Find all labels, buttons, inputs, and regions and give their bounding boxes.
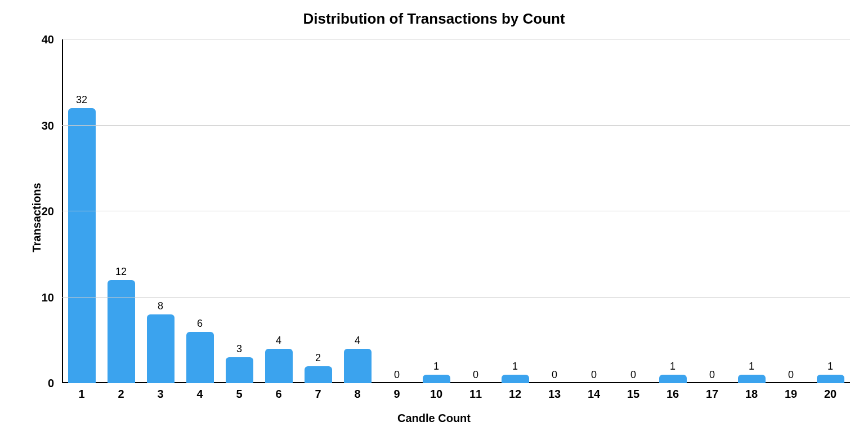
x-tick-label: 20 [811, 383, 850, 401]
bar [305, 366, 332, 384]
bar-value-label: 1 [495, 361, 535, 372]
x-tick-label: 10 [417, 383, 456, 401]
x-tick-label: 16 [653, 383, 692, 401]
bar-slot: 64 [180, 39, 220, 383]
bar-value-label: 1 [653, 361, 692, 372]
bar [738, 375, 766, 383]
bar [186, 332, 214, 384]
bar-slot: 46 [259, 39, 298, 383]
x-tick-label: 2 [101, 383, 141, 401]
bars-group: 3211228364354627480911001111201301401511… [62, 39, 850, 383]
bar [344, 349, 372, 383]
bar-slot: 122 [101, 39, 141, 383]
bar-value-label: 8 [141, 300, 180, 312]
bar-slot: 019 [771, 39, 811, 383]
x-tick-label: 17 [692, 383, 732, 401]
grid-line [62, 39, 850, 39]
bar-slot: 09 [377, 39, 417, 383]
bar-slot: 83 [141, 39, 180, 383]
bar [68, 108, 96, 383]
x-tick-label: 1 [62, 383, 101, 401]
bar [659, 375, 687, 383]
bar-value-label: 0 [692, 369, 732, 381]
bar-slot: 120 [811, 39, 850, 383]
bar-slot: 35 [220, 39, 259, 383]
x-tick-label: 9 [377, 383, 417, 401]
x-tick-label: 19 [771, 383, 811, 401]
bar-slot: 013 [535, 39, 574, 383]
plot-area: 3211228364354627480911001111201301401511… [62, 39, 850, 383]
bar-value-label: 0 [574, 369, 614, 381]
bar-value-label: 2 [298, 352, 338, 364]
x-tick-label: 11 [456, 383, 495, 401]
x-tick-label: 7 [298, 383, 338, 401]
bar [423, 375, 450, 383]
chart-title: Distribution of Transactions by Count [0, 10, 868, 28]
bar-slot: 110 [417, 39, 456, 383]
y-tick-label: 20 [42, 205, 62, 218]
x-tick-label: 6 [259, 383, 298, 401]
grid-line [62, 297, 850, 298]
bar [226, 357, 253, 383]
x-tick-label: 18 [732, 383, 771, 401]
x-tick-label: 4 [180, 383, 220, 401]
bar [147, 314, 175, 383]
y-tick-label: 30 [42, 119, 62, 132]
x-axis-label: Candle Count [0, 412, 868, 425]
x-tick-label: 13 [535, 383, 574, 401]
bar-slot: 011 [456, 39, 495, 383]
bar-slot: 014 [574, 39, 614, 383]
bar-slot: 118 [732, 39, 771, 383]
bar-slot: 017 [692, 39, 732, 383]
bar-value-label: 1 [417, 361, 456, 372]
y-tick-label: 40 [42, 33, 62, 46]
y-tick-label: 0 [48, 377, 62, 390]
bar-value-label: 0 [377, 369, 417, 381]
bar-value-label: 0 [535, 369, 574, 381]
bar-slot: 48 [338, 39, 377, 383]
bar-slot: 112 [495, 39, 535, 383]
grid-line [62, 125, 850, 126]
bar-value-label: 1 [811, 361, 850, 372]
bar [108, 280, 135, 383]
x-tick-label: 3 [141, 383, 180, 401]
bar-value-label: 1 [732, 361, 771, 372]
bar-value-label: 0 [771, 369, 811, 381]
x-tick-label: 15 [614, 383, 653, 401]
chart-container: Distribution of Transactions by Count Tr… [0, 0, 868, 435]
bar-value-label: 0 [456, 369, 495, 381]
bar-value-label: 12 [101, 266, 141, 278]
x-tick-label: 12 [495, 383, 535, 401]
y-tick-label: 10 [42, 291, 62, 304]
bar-value-label: 6 [180, 318, 220, 330]
bar-value-label: 4 [338, 335, 377, 347]
bar-value-label: 0 [614, 369, 653, 381]
x-tick-label: 8 [338, 383, 377, 401]
bar [265, 349, 293, 383]
bar-value-label: 4 [259, 335, 298, 347]
grid-line [62, 211, 850, 211]
bar [502, 375, 529, 383]
bar-slot: 321 [62, 39, 101, 383]
bar [817, 375, 844, 383]
bar-value-label: 32 [62, 94, 101, 106]
x-tick-label: 14 [574, 383, 614, 401]
bar-value-label: 3 [220, 343, 259, 355]
bar-slot: 27 [298, 39, 338, 383]
x-tick-label: 5 [220, 383, 259, 401]
bar-slot: 116 [653, 39, 692, 383]
bar-slot: 015 [614, 39, 653, 383]
